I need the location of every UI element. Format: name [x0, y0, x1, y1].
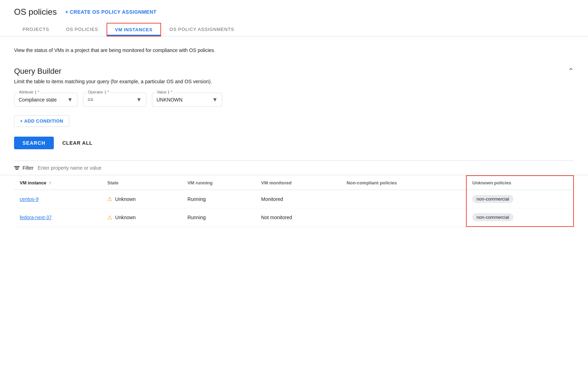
vm-link-centos-9[interactable]: centos-9 [20, 196, 39, 202]
cell-vm-instance-2: fedora-next-37 [14, 208, 102, 227]
attribute-field-group: Attribute 1 * Compliance state ▼ [14, 93, 77, 107]
page-description: View the status of VMs in a project that… [0, 37, 302, 54]
cell-non-compliant-1 [341, 190, 467, 208]
cell-vm-running-2: Running [182, 208, 256, 227]
value-field-group: Value 1 * UNKNOWN ▼ [152, 93, 222, 107]
query-builder-section: Query Builder ⌃ Limit the table to items… [0, 54, 588, 149]
cell-unknown-policies-1: non-commercial [466, 190, 574, 208]
col-header-non-compliant: Non-compliant policies [341, 176, 467, 190]
cell-vm-running-1: Running [182, 190, 256, 208]
operator-select[interactable]: == ▼ [83, 93, 146, 107]
add-condition-button[interactable]: + ADD CONDITION [14, 115, 69, 127]
page-header: OS policies + CREATE OS POLICY ASSIGNMEN… [0, 0, 588, 17]
query-builder-header: Query Builder ⌃ [14, 67, 574, 76]
col-header-vm-running: VM running [182, 176, 256, 190]
operator-label: Operator 1 * [87, 90, 110, 94]
cell-vm-monitored-1: Monitored [256, 190, 341, 208]
table-row: fedora-next-37 ⚠ Unknown Running Not mon… [14, 208, 574, 227]
table-row: centos-9 ⚠ Unknown Running Monitored non… [14, 190, 574, 208]
col-header-unknown-policies: Unknown policies [466, 176, 574, 190]
table-header-row: VM instance ↑ State VM running VM monito… [14, 176, 574, 190]
attribute-dropdown-arrow-icon: ▼ [67, 97, 73, 103]
cell-non-compliant-2 [341, 208, 467, 227]
filter-bar: Filter [0, 161, 588, 175]
filter-input[interactable] [38, 165, 574, 171]
tab-os-policies[interactable]: OS POLICIES [58, 22, 107, 36]
search-button[interactable]: SEARCH [14, 137, 54, 149]
value-value: UNKNOWN [156, 97, 183, 103]
operator-dropdown-arrow-icon: ▼ [136, 97, 142, 103]
cell-vm-instance-1: centos-9 [14, 190, 102, 208]
col-header-vm-monitored: VM monitored [256, 176, 341, 190]
col-header-state: State [102, 176, 182, 190]
sort-arrow-icon: ↑ [49, 181, 51, 185]
filter-funnel-icon [14, 166, 20, 170]
filter-label: Filter [23, 165, 33, 171]
filter-line-3 [15, 169, 18, 170]
filter-line-2 [15, 168, 19, 168]
value-label: Value 1 * [155, 90, 174, 94]
tab-os-policy-assignments[interactable]: OS POLICY ASSIGNMENTS [161, 22, 243, 36]
tab-vm-instances[interactable]: VM INSTANCES [107, 23, 161, 37]
value-select[interactable]: UNKNOWN ▼ [152, 93, 222, 107]
warning-icon: ⚠ [107, 196, 112, 202]
create-os-policy-assignment-button[interactable]: + CREATE OS POLICY ASSIGNMENT [65, 9, 156, 15]
cell-vm-monitored-2: Not monitored [256, 208, 341, 227]
tab-bar: PROJECTS OS POLICIES VM INSTANCES OS POL… [0, 22, 588, 37]
attribute-label: Attribute 1 * [18, 90, 40, 94]
unknown-policy-badge-1: non-commercial [472, 195, 513, 203]
condition-row: Attribute 1 * Compliance state ▼ Operato… [14, 93, 574, 107]
operator-value: == [88, 97, 93, 103]
cell-state-2: ⚠ Unknown [102, 208, 182, 227]
query-builder-description: Limit the table to items matching your q… [14, 79, 574, 84]
query-builder-title: Query Builder [14, 67, 62, 76]
value-dropdown-arrow-icon: ▼ [212, 97, 218, 103]
attribute-select[interactable]: Compliance state ▼ [14, 93, 77, 107]
warning-icon: ⚠ [107, 214, 112, 221]
action-row: SEARCH CLEAR ALL [14, 137, 574, 149]
collapse-query-builder-icon[interactable]: ⌃ [568, 67, 574, 76]
cell-state-1: ⚠ Unknown [102, 190, 182, 208]
cell-unknown-policies-2: non-commercial [466, 208, 574, 227]
operator-field-group: Operator 1 * == ▼ [83, 93, 146, 107]
unknown-policy-badge-2: non-commercial [472, 213, 513, 221]
vm-instances-table-container: VM instance ↑ State VM running VM monito… [0, 175, 588, 227]
page-title: OS policies [14, 7, 57, 17]
vm-link-fedora-next-37[interactable]: fedora-next-37 [20, 215, 52, 220]
col-header-vm-instance[interactable]: VM instance ↑ [14, 176, 102, 190]
tab-projects[interactable]: PROJECTS [14, 22, 58, 36]
clear-all-button[interactable]: CLEAR ALL [62, 140, 92, 146]
filter-icon-group: Filter [14, 165, 33, 171]
filter-line-1 [14, 166, 20, 167]
attribute-value: Compliance state [19, 97, 57, 103]
vm-instances-table: VM instance ↑ State VM running VM monito… [14, 175, 574, 227]
